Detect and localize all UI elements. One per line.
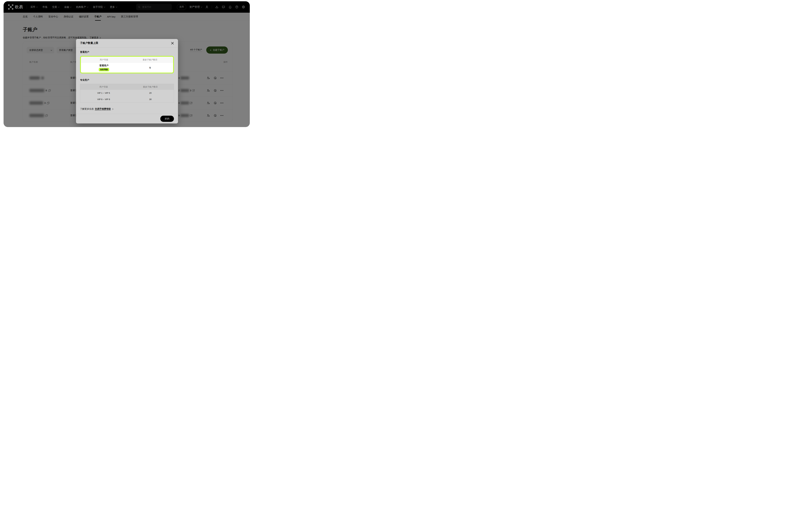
col-max-subaccounts: 最多子账户数目 [127, 85, 174, 88]
max-subaccounts-value: 5 [149, 67, 151, 69]
modal-footer: 好的 [76, 114, 178, 124]
col-user-level: 用户等级 [80, 85, 127, 88]
limit-table-row: VIP 1 ~ VIP 5 20 [80, 90, 174, 96]
user-level-value: VIP 1 ~ VIP 5 [80, 92, 127, 94]
user-level-value: VIP 6 ~ VIP 9 [80, 98, 127, 101]
fee-tier-link[interactable]: 交易手续费等级 [95, 107, 111, 111]
max-subaccounts-value: 30 [127, 98, 174, 101]
limit-table-row: 普通用户 当前等级 5 [81, 63, 173, 73]
subaccount-limit-modal: 子账户数量上限 普通用户 用户等级 最多子账户数目 普通用户 当前等级 5 专业… [76, 39, 178, 124]
chevron-right-icon [112, 108, 113, 110]
close-icon[interactable] [171, 42, 174, 45]
limit-table-header: 用户等级 最多子账户数目 [80, 84, 174, 90]
more-info-text: 了解更多信息 [80, 107, 94, 111]
browser-window: 欧易 买币 市场 交易 金融 机构客户 新手学院 更多 充币 资产管理 [3, 1, 250, 127]
col-max-subaccounts: 最多子账户数目 [127, 58, 173, 61]
modal-title: 子账户数量上限 [80, 41, 98, 45]
ok-button[interactable]: 好的 [160, 116, 174, 122]
vip-limit-table: 用户等级 最多子账户数目 VIP 1 ~ VIP 5 20 VIP 6 ~ VI… [80, 84, 174, 103]
modal-body: 普通用户 用户等级 最多子账户数目 普通用户 当前等级 5 专业用户 用户等级 [76, 47, 178, 114]
limit-table-row: VIP 6 ~ VIP 9 30 [80, 96, 174, 102]
modal-header: 子账户数量上限 [76, 39, 178, 47]
current-level-badge: 当前等级 [99, 68, 109, 71]
col-user-level: 用户等级 [81, 58, 127, 61]
modal-more-info: 了解更多信息 交易手续费等级 [80, 107, 174, 111]
max-subaccounts-value: 20 [127, 92, 174, 94]
section-heading-regular-user: 普通用户 [80, 51, 174, 54]
limit-table-header: 用户等级 最多子账户数目 [81, 57, 173, 63]
section-heading-pro-user: 专业用户 [80, 78, 174, 82]
highlighted-limit-table: 用户等级 最多子账户数目 普通用户 当前等级 5 [80, 56, 174, 73]
user-level-value: 普通用户 [99, 64, 108, 67]
